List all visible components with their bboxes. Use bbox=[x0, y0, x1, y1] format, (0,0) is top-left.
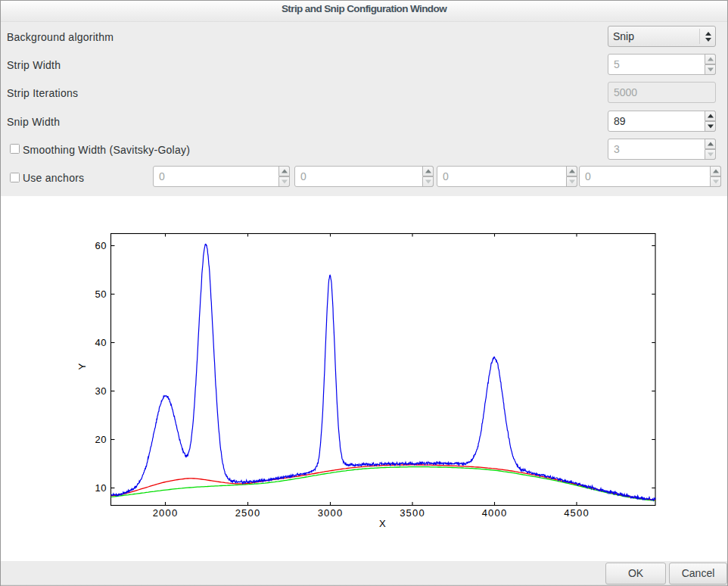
svg-text:50: 50 bbox=[95, 288, 107, 300]
svg-text:2000: 2000 bbox=[153, 507, 179, 519]
svg-text:Y: Y bbox=[76, 363, 88, 369]
svg-text:4500: 4500 bbox=[564, 507, 590, 519]
svg-text:4000: 4000 bbox=[482, 507, 508, 519]
svg-text:2500: 2500 bbox=[235, 507, 261, 519]
svg-text:3000: 3000 bbox=[318, 507, 344, 519]
svg-text:10: 10 bbox=[95, 482, 107, 494]
svg-text:3500: 3500 bbox=[400, 507, 425, 519]
svg-text:40: 40 bbox=[95, 337, 107, 348]
svg-text:X: X bbox=[379, 518, 386, 529]
svg-text:30: 30 bbox=[95, 385, 107, 397]
svg-text:20: 20 bbox=[95, 434, 107, 445]
svg-text:60: 60 bbox=[95, 240, 107, 251]
